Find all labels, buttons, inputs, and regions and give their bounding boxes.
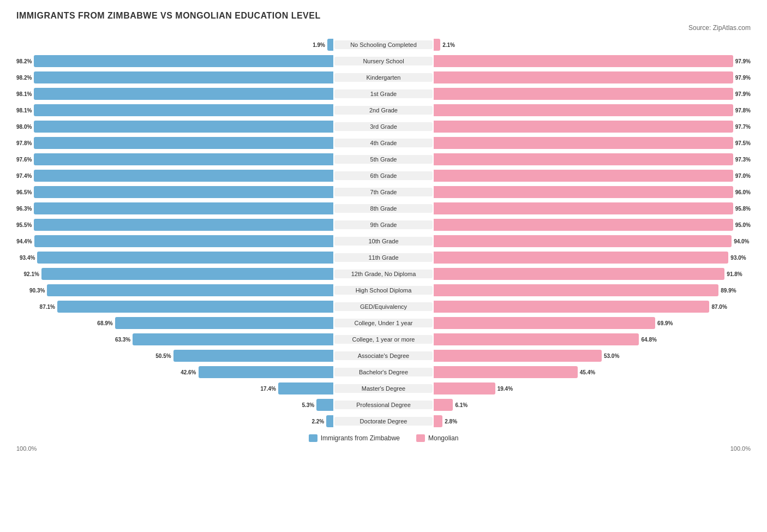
left-section: 42.6% [16, 364, 334, 380]
left-section: 94.4% [16, 234, 334, 249]
right-section: 97.3% [433, 152, 751, 167]
bar-blue [57, 301, 333, 313]
left-section: 92.1% [16, 266, 334, 282]
right-section: 6.1% [433, 397, 751, 413]
bar-blue [34, 170, 333, 182]
left-section: 68.9% [16, 315, 334, 331]
category-label: 2nd Grade [334, 106, 433, 115]
left-section: 97.6% [16, 152, 334, 167]
bar-row: 94.4%10th Grade94.0% [16, 234, 751, 249]
left-section: 98.2% [16, 53, 334, 69]
left-section: 2.2% [16, 414, 334, 429]
bar-blue [327, 39, 333, 51]
category-label: 5th Grade [334, 155, 433, 164]
right-value-outside: 6.1% [455, 402, 468, 408]
bar-blue [34, 219, 333, 231]
left-section: 90.3% [16, 283, 334, 298]
bar-blue [326, 415, 333, 427]
left-section: 97.4% [16, 168, 334, 183]
bar-pink [434, 219, 733, 231]
left-value-outside: 92.1% [24, 271, 39, 277]
bar-blue [34, 88, 333, 100]
bar-blue [34, 71, 333, 83]
left-value-outside: 17.4% [261, 386, 276, 392]
right-section: 95.8% [433, 201, 751, 216]
bar-pink [434, 366, 578, 378]
legend-label-left: Immigrants from Zimbabwe [321, 434, 400, 442]
right-section: 45.4% [433, 364, 751, 380]
chart-container: 1.9%No Schooling Completed2.1%98.2%Nurse… [16, 37, 751, 429]
left-value-outside: 98.1% [16, 107, 32, 113]
category-label: 6th Grade [334, 171, 433, 180]
bar-pink [434, 235, 732, 247]
bar-pink [434, 415, 442, 427]
category-label: 8th Grade [334, 204, 433, 213]
left-section: 93.4% [16, 250, 334, 265]
bar-blue [316, 399, 333, 411]
bar-pink [434, 252, 728, 264]
right-section: 69.9% [433, 315, 751, 331]
left-section: 98.1% [16, 86, 334, 101]
category-label: Nursery School [334, 57, 433, 65]
right-value-outside: 95.8% [735, 206, 751, 212]
right-section: 97.5% [433, 135, 751, 151]
bar-row: 2.2%Doctorate Degree2.8% [16, 414, 751, 429]
bar-row: 98.1%2nd Grade97.8% [16, 103, 751, 118]
right-section: 19.4% [433, 381, 751, 396]
category-label: College, 1 year or more [334, 335, 433, 344]
left-section: 63.3% [16, 332, 334, 347]
left-section: 96.5% [16, 184, 334, 200]
bar-blue [34, 104, 333, 116]
left-value-outside: 97.4% [16, 173, 32, 179]
right-value-outside: 96.0% [735, 189, 751, 195]
category-label: 10th Grade [334, 237, 433, 246]
left-value-outside: 87.1% [40, 304, 55, 310]
bar-blue [34, 153, 333, 165]
bar-row: 96.5%7th Grade96.0% [16, 184, 751, 200]
legend-item-left: Immigrants from Zimbabwe [309, 434, 400, 442]
bar-pink [434, 121, 733, 133]
legend-color-right [416, 434, 425, 442]
left-value-outside: 90.3% [29, 288, 45, 294]
left-section: 17.4% [16, 381, 334, 396]
bar-row: 93.4%11th Grade93.0% [16, 250, 751, 265]
axis-left: 100.0% [16, 445, 334, 452]
right-value-outside: 93.0% [730, 255, 746, 261]
bar-blue [34, 186, 333, 198]
bar-pink [434, 170, 733, 182]
bar-row: 98.0%3rd Grade97.7% [16, 119, 751, 134]
category-label: Master's Degree [334, 384, 433, 393]
right-value-outside: 97.8% [735, 107, 751, 113]
bar-row: 42.6%Bachelor's Degree45.4% [16, 364, 751, 380]
left-section: 98.1% [16, 103, 334, 118]
left-section: 5.3% [16, 397, 334, 413]
right-section: 95.0% [433, 217, 751, 232]
right-section: 97.9% [433, 53, 751, 69]
right-value-outside: 97.3% [735, 157, 751, 163]
bar-pink [434, 317, 655, 329]
right-section: 2.8% [433, 414, 751, 429]
bar-blue [34, 137, 333, 149]
bar-row: 98.2%Kindergarten97.9% [16, 70, 751, 85]
right-section: 94.0% [433, 234, 751, 249]
right-section: 97.0% [433, 168, 751, 183]
bar-row: 92.1%12th Grade, No Diploma91.8% [16, 266, 751, 282]
bar-pink [434, 301, 709, 313]
left-section: 87.1% [16, 299, 334, 314]
right-section: 2.1% [433, 37, 751, 52]
bar-row: 97.6%5th Grade97.3% [16, 152, 751, 167]
bar-blue [34, 235, 333, 247]
bar-pink [434, 137, 733, 149]
right-section: 64.8% [433, 332, 751, 347]
legend-color-left [309, 434, 317, 442]
left-section: 98.0% [16, 119, 334, 134]
bar-row: 63.3%College, 1 year or more64.8% [16, 332, 751, 347]
left-value-outside: 98.0% [16, 124, 32, 130]
bar-pink [434, 104, 733, 116]
category-label: College, Under 1 year [334, 319, 433, 327]
bar-pink [434, 71, 733, 83]
right-value-outside: 53.0% [604, 353, 619, 359]
right-section: 97.7% [433, 119, 751, 134]
right-value-outside: 97.7% [735, 124, 751, 130]
right-value-outside: 69.9% [657, 320, 673, 326]
